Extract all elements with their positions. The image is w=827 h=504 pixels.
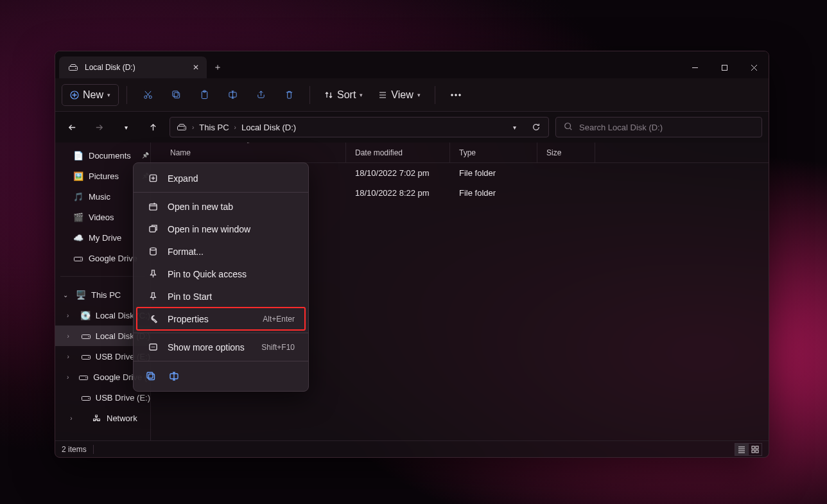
column-date[interactable]: Date modified	[346, 143, 450, 162]
status-bar: 2 items	[55, 440, 769, 457]
gdrive-icon: ☁️	[73, 232, 83, 243]
chevron-down-icon: ▾	[417, 92, 421, 98]
paste-button[interactable]	[191, 83, 217, 107]
drive-icon	[73, 253, 83, 263]
pc-icon: 🖥️	[76, 290, 86, 300]
svg-point-34	[88, 336, 89, 338]
music-icon: 🎵	[73, 191, 83, 202]
tab-local-disk-d[interactable]: Local Disk (D:) ✕	[59, 56, 207, 78]
view-label: View	[391, 89, 413, 101]
rename-button[interactable]	[220, 83, 245, 107]
svg-rect-65	[147, 372, 153, 378]
svg-point-63	[153, 347, 155, 348]
breadcrumb-this-pc[interactable]: This PC	[199, 123, 229, 132]
address-bar[interactable]: › This PC › Local Disk (D:) ▾	[170, 117, 549, 137]
column-name[interactable]: ˄Name	[151, 143, 346, 162]
minimize-button[interactable]	[680, 56, 709, 78]
svg-point-32	[80, 259, 82, 260]
copy-button[interactable]	[163, 83, 189, 107]
ctx-properties[interactable]: Properties Alt+Enter	[137, 308, 305, 330]
close-window-button[interactable]	[739, 56, 769, 78]
chevron-right-icon[interactable]: ›	[67, 353, 69, 360]
more-options-icon	[147, 342, 159, 353]
up-button[interactable]	[143, 117, 163, 137]
usb-drive-icon	[82, 351, 91, 361]
delete-button[interactable]	[276, 83, 302, 107]
search-box[interactable]: Search Local Disk (D:)	[555, 117, 762, 137]
address-dropdown-button[interactable]: ▾	[505, 117, 524, 137]
view-button[interactable]: View ▾	[372, 83, 426, 107]
recent-locations-button[interactable]: ▾	[116, 117, 136, 137]
item-count: 2 items	[62, 445, 87, 454]
new-tab-icon	[147, 201, 159, 213]
tab-strip: Local Disk (D:) ✕ ＋	[55, 51, 229, 78]
sidebar-tree-network[interactable]: ›🖧Network	[55, 408, 150, 428]
drive-icon	[177, 122, 187, 132]
back-button[interactable]	[62, 117, 82, 137]
sort-label: Sort	[337, 89, 356, 101]
thumbnails-view-button[interactable]	[748, 443, 762, 456]
command-bar: New ▾ Sort ▾ View ▾	[55, 78, 769, 112]
ctx-format[interactable]: Format...	[137, 240, 305, 263]
cut-button[interactable]	[135, 83, 161, 107]
chevron-right-icon[interactable]: ›	[67, 415, 76, 422]
chevron-right-icon[interactable]: ›	[67, 374, 69, 381]
svg-point-25	[455, 94, 457, 96]
refresh-button[interactable]	[527, 117, 546, 137]
ctx-bottom-icons	[134, 364, 308, 387]
svg-rect-14	[172, 91, 177, 96]
svg-point-1	[75, 68, 76, 69]
format-icon	[147, 246, 159, 257]
new-window-icon	[147, 223, 159, 235]
sort-button[interactable]: Sort ▾	[318, 83, 369, 107]
navigation-bar: ▾ › This PC › Local Disk (D:) ▾ Search L…	[55, 112, 769, 143]
ctx-expand[interactable]: Expand	[137, 167, 305, 189]
ctx-pin-quick-access[interactable]: Pin to Quick access	[137, 263, 305, 285]
column-headers: ˄Name Date modified Type Size	[151, 143, 769, 163]
usb-drive-icon	[82, 392, 91, 403]
properties-icon	[147, 313, 159, 325]
share-button[interactable]	[248, 83, 274, 107]
column-type[interactable]: Type	[450, 143, 537, 162]
drive-icon	[82, 331, 91, 341]
forward-button[interactable]	[89, 117, 109, 137]
chevron-right-icon[interactable]: ›	[67, 312, 69, 319]
chevron-right-icon: ›	[192, 124, 194, 131]
more-options-button[interactable]	[443, 83, 469, 107]
maximize-button[interactable]	[709, 56, 739, 78]
drive-icon	[79, 372, 88, 382]
column-size[interactable]: Size	[537, 143, 595, 162]
svg-rect-48	[756, 450, 758, 453]
svg-point-36	[88, 357, 89, 358]
drive-icon	[68, 62, 78, 73]
svg-rect-64	[149, 374, 155, 380]
breadcrumb-current[interactable]: Local Disk (D:)	[241, 123, 296, 132]
chevron-right-icon[interactable]: ›	[67, 333, 69, 340]
title-bar: Local Disk (D:) ✕ ＋	[55, 51, 769, 78]
new-button[interactable]: New ▾	[62, 84, 119, 106]
new-button-label: New	[83, 89, 103, 101]
svg-point-62	[152, 347, 153, 348]
tab-close-button[interactable]: ✕	[193, 63, 199, 72]
pin-icon	[147, 291, 159, 302]
svg-point-28	[184, 128, 185, 129]
new-tab-button[interactable]: ＋	[207, 56, 229, 78]
ctx-pin-start[interactable]: Pin to Start	[137, 285, 305, 308]
details-view-button[interactable]	[735, 443, 749, 456]
chevron-down-icon[interactable]: ⌄	[60, 291, 71, 299]
svg-rect-46	[756, 446, 758, 449]
ctx-open-new-tab[interactable]: Open in new tab	[137, 195, 305, 218]
svg-point-24	[451, 94, 453, 96]
cell-date: 18/10/2022 7:02 pm	[355, 168, 430, 178]
documents-icon: 📄	[73, 150, 83, 161]
svg-line-30	[570, 128, 572, 130]
shortcut-label: Alt+Enter	[263, 315, 295, 324]
ctx-copy-icon-button[interactable]	[144, 369, 158, 383]
shortcut-label: Shift+F10	[261, 343, 295, 352]
svg-rect-56	[149, 227, 155, 232]
ctx-open-new-window[interactable]: Open in new window	[137, 218, 305, 240]
ctx-rename-icon-button[interactable]	[167, 369, 181, 383]
tab-title: Local Disk (D:)	[85, 63, 135, 72]
chevron-down-icon: ▾	[360, 92, 363, 98]
ctx-show-more-options[interactable]: Show more options Shift+F10	[137, 336, 305, 358]
